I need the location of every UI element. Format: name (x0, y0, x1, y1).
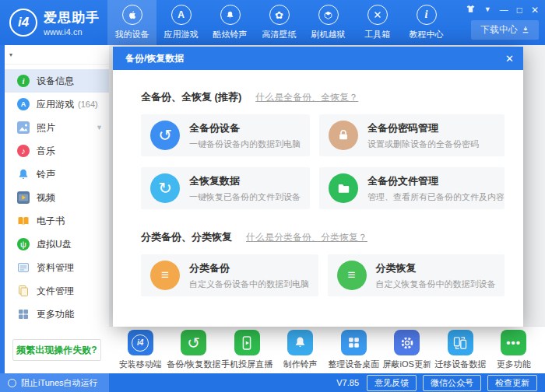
gear-icon (394, 330, 420, 355)
sidebar-item-file-manager[interactable]: 文件管理 (5, 279, 109, 303)
card-category-restore[interactable]: ≡ 分类恢复 自定义恢复备份中的数据到设备 (328, 254, 505, 296)
wechat-official-button[interactable]: 微信公众号 (423, 375, 481, 391)
tools-cross-icon (367, 5, 388, 25)
itunes-toggle[interactable]: 阻止iTunes自动运行 (0, 373, 109, 392)
toolbar-organize-desktop[interactable]: 整理设备桌面 (329, 330, 378, 370)
backup-clock-icon: ↺ (150, 121, 180, 150)
toolbar-block-ios-update[interactable]: 屏蔽iOS更新 (382, 330, 432, 370)
open-book-icon (17, 215, 30, 227)
app-url: www.i4.cn (44, 27, 100, 37)
card-backup-password-manager[interactable]: 全备份密码管理 设置或删除设备的全备份密码 (319, 114, 505, 156)
bottom-toolbar: i4 安装移动端 ↺ 备份/恢复数据 手机投屏直播 (109, 326, 545, 373)
info-italic-icon: i (417, 5, 437, 25)
card-full-backup-device[interactable]: ↺ 全备份设备 一键备份设备内的数据到电脑 (141, 114, 310, 156)
sidebar-item-ringtones[interactable]: 铃声 (5, 163, 109, 186)
toolbar-screen-mirror[interactable]: 手机投屏直播 (222, 330, 272, 370)
toolbar-more-functions[interactable]: ••• 更多功能 (489, 330, 539, 370)
card-backup-file-manager[interactable]: 全备份文件管理 管理、查看所有已备份的文件及内容 (319, 167, 505, 209)
chevron-down-icon[interactable]: ▼ (96, 124, 103, 131)
download-center-button[interactable]: 下载中心 (471, 20, 539, 40)
toolbar-make-ringtone[interactable]: 制作铃声 (276, 330, 325, 370)
radio-unchecked-icon (8, 379, 16, 387)
version-label: V7.85 (336, 378, 359, 387)
flower-icon: ✿ (269, 5, 290, 25)
app-logo[interactable]: i4 爱思助手 www.i4.cn (9, 0, 100, 45)
list-backup-icon: ≡ (150, 261, 180, 290)
section-title: 全备份、全恢复 (推荐) (141, 90, 241, 104)
usb-icon: ψ (17, 238, 30, 250)
close-window-button[interactable]: ✕ (531, 5, 539, 15)
app-title: 爱思助手 (44, 9, 100, 26)
what-is-category-backup-link[interactable]: 什么是分类备份、分类恢复？ (246, 231, 367, 244)
sidebar-item-videos[interactable]: 视频 (5, 186, 109, 209)
nav-toolbox[interactable]: 工具箱 (353, 0, 402, 45)
nav-flash-jailbreak[interactable]: 刷机越狱 (304, 0, 353, 45)
modal-close-icon[interactable]: ✕ (505, 54, 514, 64)
main-navigation: 我的设备 A 应用游戏 酷炫铃声 ✿ 高清壁纸 刷机越狱 (107, 0, 451, 45)
toolbar-install-mobile[interactable]: i4 安装移动端 (115, 330, 165, 370)
top-navbar: i4 爱思助手 www.i4.cn 我的设备 A 应用游戏 酷炫铃声 (0, 0, 545, 45)
sidebar-item-data-manager[interactable]: 资料管理 (5, 256, 109, 279)
backup-restore-modal: 备份/恢复数据 ✕ 全备份、全恢复 (推荐) 什么是全备份、全恢复？ ↺ 全备份… (113, 47, 523, 327)
sidebar-item-photos[interactable]: 照片 ▼ (5, 116, 109, 139)
nav-apps-games[interactable]: A 应用游戏 (156, 0, 206, 45)
i4-logo-icon: i4 (9, 9, 37, 37)
card-category-backup[interactable]: ≡ 分类备份 自定义备份设备中的数据到电脑 (141, 254, 318, 296)
download-icon (522, 25, 529, 36)
toolbar-migrate-data[interactable]: 迁移设备数据 (435, 330, 485, 370)
sidebar-item-music[interactable]: ♪ 音乐 (5, 139, 109, 163)
nav-my-devices[interactable]: 我的设备 (107, 0, 156, 45)
box-icon (318, 5, 339, 25)
device-selector[interactable]: ▾ (5, 45, 109, 65)
ellipsis-icon: ••• (501, 330, 526, 355)
full-backup-section: 全备份、全恢复 (推荐) 什么是全备份、全恢复？ ↺ 全备份设备 一键备份设备内… (141, 90, 505, 209)
folder-icon (329, 173, 358, 203)
section-title: 分类备份、分类恢复 (141, 230, 232, 244)
video-player-icon (17, 191, 30, 204)
sidebar-item-more-functions[interactable]: 更多功能 (5, 303, 109, 326)
apps-count-badge: (164) (78, 100, 98, 109)
operation-fail-help-button[interactable]: 频繁出现操作失败? (12, 339, 101, 361)
i4-mobile-icon: i4 (128, 330, 153, 355)
sidebar-item-apps[interactable]: A 应用游戏 (164) (5, 93, 109, 116)
sidebar-item-device-info[interactable]: i 设备信息 (5, 69, 109, 93)
category-backup-section: 分类备份、分类恢复 什么是分类备份、分类恢复？ ≡ 分类备份 自定义备份设备中的… (141, 230, 505, 296)
toolbar-backup-restore[interactable]: ↺ 备份/恢复数据 (169, 330, 219, 370)
bell-icon (220, 5, 241, 25)
maximize-button[interactable]: □ (517, 5, 522, 15)
bell-icon (17, 168, 30, 180)
data-card-icon (17, 261, 30, 274)
grid-icon (17, 308, 30, 320)
files-copy-icon (17, 285, 30, 297)
nav-ringtones[interactable]: 酷炫铃声 (206, 0, 255, 45)
feedback-button[interactable]: 意见反馈 (367, 375, 417, 391)
sidebar: ▾ i 设备信息 A 应用游戏 (164) 照片 ▼ (5, 45, 109, 373)
chevron-down-icon: ▾ (9, 51, 12, 58)
music-note-icon: ♪ (17, 145, 30, 157)
photos-icon (17, 121, 30, 134)
sidebar-item-usb-disk[interactable]: ψ 虚拟U盘 (5, 233, 109, 256)
modal-header: 备份/恢复数据 ✕ (113, 47, 523, 70)
status-bar: 阻止iTunes自动运行 V7.85 意见反馈 微信公众号 检查更新 (0, 373, 545, 392)
modal-title: 备份/恢复数据 (125, 52, 184, 65)
info-icon: i (17, 75, 30, 87)
app-window: i4 爱思助手 www.i4.cn 我的设备 A 应用游戏 酷炫铃声 (0, 0, 545, 392)
minimize-button[interactable]: — (500, 5, 508, 14)
sidebar-item-ebooks[interactable]: 电子书 (5, 209, 109, 233)
menu-caret-icon[interactable]: ▼ (484, 6, 491, 13)
lock-icon (329, 121, 358, 150)
backup-clock-icon: ↺ (181, 330, 206, 355)
check-update-button[interactable]: 检查更新 (487, 375, 537, 391)
theme-skin-icon[interactable] (466, 4, 476, 16)
phone-play-icon (234, 330, 260, 355)
what-is-full-backup-link[interactable]: 什么是全备份、全恢复？ (255, 91, 358, 104)
nav-tutorials[interactable]: i 教程中心 (402, 0, 451, 45)
appstore-icon: A (171, 5, 192, 25)
nav-wallpapers[interactable]: ✿ 高清壁纸 (255, 0, 304, 45)
list-restore-icon: ≡ (337, 261, 367, 290)
appstore-icon: A (17, 98, 30, 110)
app-grid-icon (341, 330, 367, 355)
card-full-restore-data[interactable]: ↻ 全恢复数据 一键恢复已备份的文件到设备 (141, 167, 310, 209)
bell-icon (287, 330, 313, 355)
restore-clock-icon: ↻ (150, 173, 180, 203)
